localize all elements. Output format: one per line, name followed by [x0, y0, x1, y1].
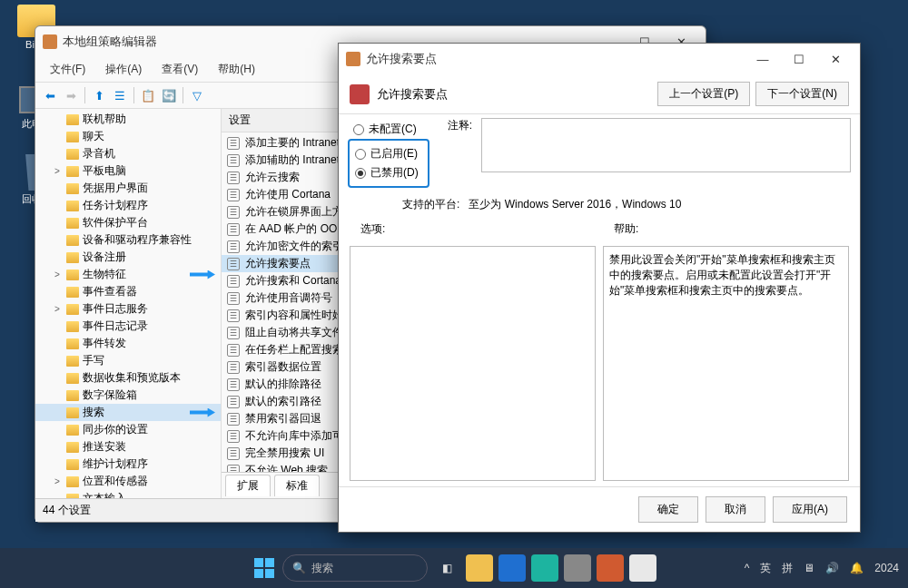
dialog-close-button[interactable]: ✕ [818, 49, 853, 69]
taskbar-search[interactable]: 🔍搜索 [282, 554, 428, 582]
menu-action[interactable]: 操作(A) [96, 59, 151, 80]
clock-year[interactable]: 2024 [874, 562, 899, 574]
tree-item[interactable]: 凭据用户界面 [35, 180, 221, 197]
ime-lang[interactable]: 英 [760, 561, 771, 576]
comment-textarea[interactable] [481, 118, 851, 172]
start-button[interactable] [252, 555, 277, 581]
search-icon: 🔍 [292, 562, 306, 574]
dialog-footer: 确定 取消 应用(A) [339, 486, 860, 532]
options-panel[interactable] [350, 246, 596, 481]
tree-item[interactable]: 数据收集和预览版本 [35, 369, 221, 387]
prev-setting-button[interactable]: 上一个设置(P) [657, 82, 750, 106]
tree-item[interactable]: 设备注册 [35, 249, 221, 266]
system-tray: ^ 英 拼 🖥 🔊 🔔 2024 [745, 561, 899, 576]
tree-item[interactable]: 文本输入 [35, 490, 221, 498]
taskbar-app-gpe[interactable] [597, 554, 624, 582]
ok-button[interactable]: 确定 [638, 496, 698, 523]
taskbar: 🔍搜索 ◧ ^ 英 拼 🖥 🔊 🔔 2024 [0, 548, 908, 588]
policy-tree[interactable]: 联机帮助聊天录音机>平板电脑凭据用户界面任务计划程序软件保护平台设备和驱动程序兼… [35, 109, 222, 498]
tree-item[interactable]: 聊天 [35, 128, 221, 145]
radio-not-configured-label: 未配置(C) [369, 122, 417, 137]
tab-standard[interactable]: 标准 [274, 475, 320, 496]
task-view-button[interactable]: ◧ [433, 554, 460, 582]
platform-label: 支持的平台: [402, 197, 459, 212]
help-label: 帮助: [603, 221, 849, 237]
tree-item[interactable]: >生物特征 [35, 266, 221, 283]
forward-button[interactable]: ➡ [62, 86, 80, 104]
dialog-maximize-button[interactable]: ☐ [782, 49, 816, 69]
tree-item[interactable]: 软件保护平台 [35, 214, 221, 231]
platform-row: 支持的平台: 至少为 Windows Server 2016，Windows 1… [339, 191, 860, 221]
cancel-button[interactable]: 取消 [706, 496, 765, 523]
tree-item[interactable]: >位置和传感器 [35, 473, 221, 490]
ime-method[interactable]: 拼 [782, 561, 793, 576]
menu-view[interactable]: 查看(V) [153, 59, 207, 80]
tree-item[interactable]: 事件转发 [35, 335, 221, 352]
search-placeholder: 搜索 [311, 561, 333, 576]
taskbar-app-explorer[interactable] [466, 554, 493, 582]
network-icon[interactable]: 🖥 [804, 562, 814, 574]
gpe-app-icon [43, 34, 57, 49]
dialog-titlebar[interactable]: 允许搜索要点 — ☐ ✕ [339, 44, 860, 74]
policy-settings-dialog: 允许搜索要点 — ☐ ✕ 允许搜索要点 上一个设置(P) 下一个设置(N) 未配… [338, 43, 861, 533]
gpe-title: 本地组策略编辑器 [63, 34, 157, 50]
up-button[interactable]: ⬆ [90, 86, 108, 104]
help-text: 禁用此设置会关闭"开始"菜单搜索框和搜索主页中的搜索要点。启用或未配置此设置会打… [609, 253, 835, 297]
menu-file[interactable]: 文件(F) [41, 59, 94, 80]
radio-not-configured[interactable] [353, 124, 364, 135]
radio-enabled[interactable] [355, 149, 366, 160]
tree-item[interactable]: 数字保险箱 [35, 387, 221, 404]
export-button[interactable]: 📋 [139, 86, 157, 104]
radio-disabled-label: 已禁用(D) [370, 165, 419, 181]
notifications-icon[interactable]: 🔔 [850, 562, 864, 574]
tree-item[interactable]: 维护计划程序 [35, 456, 221, 473]
refresh-button[interactable]: 🔄 [160, 86, 178, 104]
dialog-heading: 允许搜索要点 [377, 86, 448, 103]
options-label: 选项: [350, 221, 596, 237]
filter-button[interactable]: ▽ [188, 86, 206, 104]
platform-value: 至少为 Windows Server 2016，Windows 10 [469, 197, 681, 212]
menu-help[interactable]: 帮助(H) [209, 59, 264, 80]
tree-item[interactable]: >事件日志服务 [35, 300, 221, 318]
taskbar-app-generic2[interactable] [629, 554, 656, 582]
radio-highlight-box: 已启用(E) 已禁用(D) [348, 139, 429, 188]
taskbar-app-generic1[interactable] [564, 554, 591, 582]
show-hide-tree-button[interactable]: ☰ [111, 86, 129, 104]
tree-item[interactable]: 录音机 [35, 145, 221, 162]
policy-icon [350, 84, 370, 104]
taskbar-app-edge[interactable] [498, 554, 526, 582]
dialog-header: 允许搜索要点 上一个设置(P) 下一个设置(N) [339, 74, 860, 113]
tree-item[interactable]: 任务计划程序 [35, 197, 221, 214]
help-panel[interactable]: 禁用此设置会关闭"开始"菜单搜索框和搜索主页中的搜索要点。启用或未配置此设置会打… [603, 246, 849, 481]
radio-disabled[interactable] [355, 168, 366, 179]
tree-item[interactable]: 搜索 [35, 404, 221, 421]
volume-icon[interactable]: 🔊 [825, 562, 839, 574]
tree-item[interactable]: 设备和驱动程序兼容性 [35, 231, 221, 249]
taskbar-app-store[interactable] [531, 554, 558, 582]
tree-item[interactable]: 同步你的设置 [35, 421, 221, 438]
tree-item[interactable]: >平板电脑 [35, 162, 221, 180]
back-button[interactable]: ⬅ [41, 86, 59, 104]
radio-enabled-label: 已启用(E) [370, 146, 418, 162]
tree-item[interactable]: 联机帮助 [35, 111, 221, 128]
tab-extended[interactable]: 扩展 [225, 475, 271, 496]
dialog-config-section: 未配置(C) 已启用(E) 已禁用(D) 注释: [339, 114, 860, 191]
tree-item[interactable]: 事件日志记录 [35, 318, 221, 335]
dialog-minimize-button[interactable]: — [745, 49, 780, 69]
tree-item[interactable]: 事件查看器 [35, 283, 221, 300]
apply-button[interactable]: 应用(A) [773, 496, 847, 523]
comment-label: 注释: [448, 118, 472, 172]
dialog-app-icon [346, 52, 360, 66]
dialog-title: 允许搜索要点 [366, 51, 437, 67]
tray-chevron-icon[interactable]: ^ [745, 562, 750, 574]
next-setting-button[interactable]: 下一个设置(N) [755, 82, 849, 106]
tree-item[interactable]: 手写 [35, 352, 221, 369]
tree-item[interactable]: 推送安装 [35, 438, 221, 456]
